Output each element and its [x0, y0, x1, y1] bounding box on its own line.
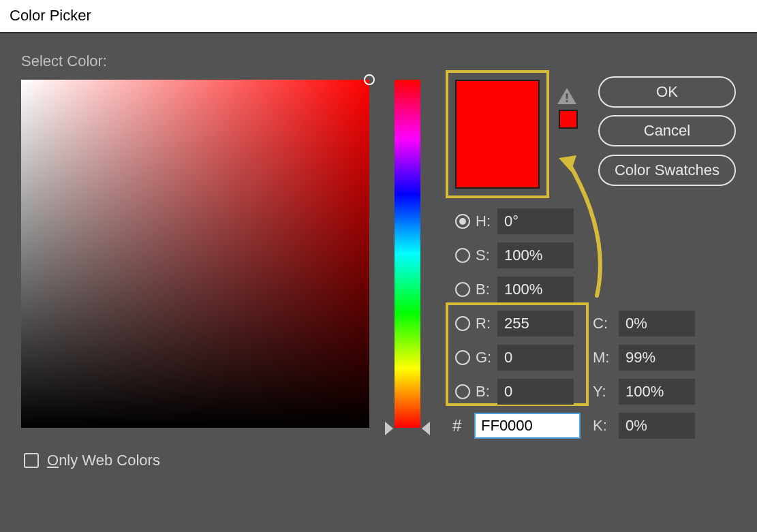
- black-row: K:: [593, 413, 695, 439]
- green-label: G:: [476, 349, 492, 366]
- black-label: K:: [593, 417, 613, 435]
- hex-row: #: [452, 413, 581, 439]
- blue-input[interactable]: [497, 379, 574, 405]
- color-field-cursor[interactable]: [364, 74, 375, 85]
- gamut-warning-icon[interactable]: [556, 87, 578, 108]
- cyan-row: C:: [593, 311, 695, 337]
- brightness-row: B:: [455, 277, 574, 302]
- red-label: R:: [476, 315, 492, 332]
- green-row: G:: [455, 345, 574, 371]
- cyan-label: C:: [593, 315, 613, 332]
- only-web-colors-row[interactable]: Only Web Colors: [24, 452, 160, 469]
- magenta-input[interactable]: [619, 345, 695, 371]
- saturation-brightness-field[interactable]: [21, 80, 369, 428]
- saturation-input[interactable]: [497, 242, 574, 268]
- black-input[interactable]: [619, 413, 695, 439]
- hue-row: H:: [455, 208, 574, 234]
- ok-button[interactable]: OK: [598, 76, 736, 108]
- blue-radio[interactable]: [455, 384, 470, 399]
- saturation-label: S:: [476, 247, 492, 264]
- color-picker-dialog: Select Color: OK Cancel Color Swatches H…: [0, 32, 757, 532]
- green-radio[interactable]: [455, 350, 470, 365]
- hue-slider-handle-left[interactable]: [385, 422, 393, 435]
- cancel-button[interactable]: Cancel: [598, 115, 736, 146]
- cyan-input[interactable]: [619, 311, 695, 337]
- gamut-safe-swatch[interactable]: [559, 110, 578, 129]
- color-preview-highlight: [446, 70, 549, 198]
- hue-slider-handle-right[interactable]: [422, 422, 430, 435]
- saturation-radio[interactable]: [455, 248, 470, 263]
- hue-label: H:: [476, 213, 492, 230]
- hue-slider[interactable]: [395, 80, 420, 428]
- svg-marker-3: [559, 155, 576, 172]
- only-web-colors-label: Only Web Colors: [47, 452, 160, 469]
- red-radio[interactable]: [455, 316, 470, 331]
- blue-row: B:: [455, 379, 574, 405]
- hex-input[interactable]: [474, 413, 581, 439]
- yellow-label: Y:: [593, 383, 613, 401]
- color-swatches-button[interactable]: Color Swatches: [598, 155, 736, 186]
- select-color-label: Select Color:: [21, 52, 107, 70]
- hex-hash-label: #: [452, 416, 469, 435]
- hue-radio[interactable]: [455, 214, 470, 229]
- saturation-row: S:: [455, 242, 574, 268]
- yellow-row: Y:: [593, 379, 695, 405]
- svg-rect-2: [566, 100, 568, 102]
- only-web-colors-checkbox[interactable]: [24, 453, 39, 468]
- green-input[interactable]: [497, 345, 574, 371]
- brightness-input[interactable]: [497, 277, 574, 302]
- magenta-label: M:: [593, 349, 613, 366]
- hue-input[interactable]: [497, 208, 574, 234]
- brightness-radio[interactable]: [455, 282, 470, 297]
- red-row: R:: [455, 311, 574, 337]
- color-preview[interactable]: [455, 80, 540, 189]
- red-input[interactable]: [497, 311, 574, 337]
- magenta-row: M:: [593, 345, 695, 371]
- brightness-label: B:: [476, 281, 492, 298]
- svg-rect-1: [566, 93, 568, 99]
- window-title: Color Picker: [0, 0, 757, 32]
- blue-label: B:: [476, 383, 492, 401]
- yellow-input[interactable]: [619, 379, 695, 405]
